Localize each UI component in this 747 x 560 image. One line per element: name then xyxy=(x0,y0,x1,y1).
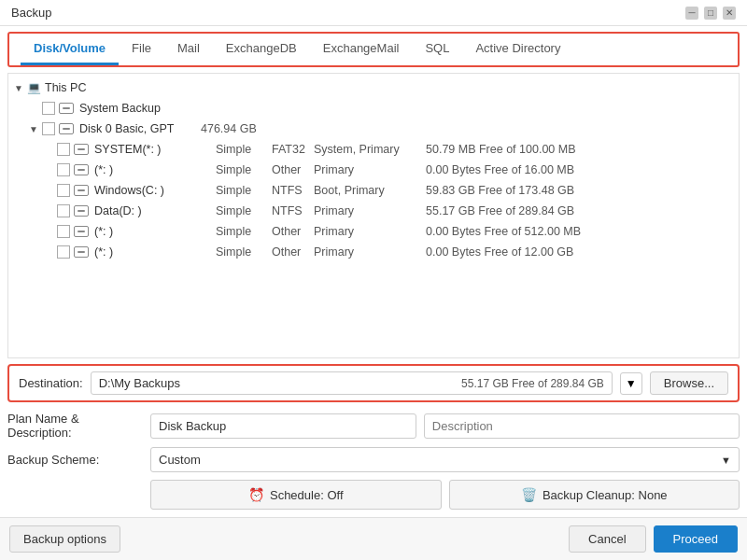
list-item: ▶ SYSTEM(*: ) Simple FAT32 System, Prima… xyxy=(8,139,739,160)
part1-checkbox[interactable] xyxy=(57,163,70,176)
windows-fs: NTFS xyxy=(272,184,314,197)
destination-section: Destination: D:\My Backups 55.17 GB Free… xyxy=(7,364,740,402)
bottom-left: Backup options xyxy=(9,525,120,553)
window-title: Backup xyxy=(11,6,51,20)
part2-type: Simple xyxy=(216,225,272,238)
proceed-button[interactable]: Proceed xyxy=(654,525,738,553)
plan-name-input[interactable] xyxy=(150,413,416,439)
part2-free: 0.00 Bytes Free of 512.00 MB xyxy=(426,225,735,238)
windows-free: 59.83 GB Free of 173.48 GB xyxy=(426,184,735,197)
scheme-chevron-icon: ▼ xyxy=(721,455,731,466)
part2-name: (*: ) xyxy=(94,225,216,238)
root-toggle[interactable]: ▼ xyxy=(12,81,25,94)
data-free: 55.17 GB Free of 289.84 GB xyxy=(426,204,735,217)
system-backup-icon xyxy=(59,103,74,114)
windows-icon xyxy=(74,185,89,196)
part3-fs: Other xyxy=(272,245,314,259)
disk0-toggle[interactable]: ▼ xyxy=(27,122,40,135)
cancel-button[interactable]: Cancel xyxy=(569,525,645,553)
disk-tree-panel[interactable]: ▼ 💻 This PC ▶ System Backup ▼ Disk 0 Bas… xyxy=(7,73,740,358)
part2-checkbox[interactable] xyxy=(57,225,70,238)
plan-name-label: Plan Name & Description: xyxy=(7,412,143,440)
system-part-type: Simple xyxy=(216,143,272,156)
backup-options-button[interactable]: Backup options xyxy=(9,525,120,553)
destination-dropdown-button[interactable]: ▼ xyxy=(620,372,642,395)
scheme-value: Custom xyxy=(159,453,201,467)
system-backup-checkbox[interactable] xyxy=(42,102,55,115)
bottom-bar: Backup options Cancel Proceed xyxy=(0,517,747,560)
disk0-name: Disk 0 Basic, GPT xyxy=(79,122,201,135)
part3-checkbox[interactable] xyxy=(57,245,70,259)
cleanup-label: Backup Cleanup: None xyxy=(543,488,668,502)
part3-free: 0.00 Bytes Free of 12.00 GB xyxy=(426,245,735,259)
system-part-free: 50.79 MB Free of 100.00 MB xyxy=(426,143,735,156)
windows-checkbox[interactable] xyxy=(57,184,70,197)
data-name: Data(D: ) xyxy=(94,204,216,217)
part2-fs: Other xyxy=(272,225,314,238)
data-icon xyxy=(74,205,89,217)
content-area: ▼ 💻 This PC ▶ System Backup ▼ Disk 0 Bas… xyxy=(0,67,747,513)
chevron-down-icon: ▼ xyxy=(626,377,637,390)
title-controls: ─ □ ✕ xyxy=(685,7,736,20)
part1-fs: Other xyxy=(272,163,314,176)
tab-sql[interactable]: SQL xyxy=(412,34,462,65)
schedule-icon: ⏰ xyxy=(248,487,264,502)
close-button[interactable]: ✕ xyxy=(723,7,736,20)
cleanup-icon: 🗑️ xyxy=(521,487,537,502)
data-attr: Primary xyxy=(314,204,426,217)
backup-scheme-select[interactable]: Custom ▼ xyxy=(150,447,740,472)
part1-free: 0.00 Bytes Free of 16.00 MB xyxy=(426,163,735,176)
tab-exchangemail[interactable]: ExchangeMail xyxy=(310,34,413,65)
tab-active-directory[interactable]: Active Directory xyxy=(462,34,573,65)
data-type: Simple xyxy=(216,204,272,217)
tree-root: ▼ 💻 This PC xyxy=(8,77,739,98)
plan-desc-input[interactable] xyxy=(424,413,740,439)
tabs-bar: Disk/Volume File Mail ExchangeDB Exchang… xyxy=(7,32,740,67)
main-window: Backup ─ □ ✕ Disk/Volume File Mail Excha… xyxy=(0,0,747,560)
disk0-size: 476.94 GB xyxy=(201,122,735,135)
part3-attr: Primary xyxy=(314,245,426,259)
tab-exchangedb[interactable]: ExchangeDB xyxy=(213,34,310,65)
system-part-checkbox[interactable] xyxy=(57,143,70,156)
part3-icon xyxy=(74,246,89,258)
part3-type: Simple xyxy=(216,245,272,259)
cleanup-button[interactable]: 🗑️ Backup Cleanup: None xyxy=(449,480,740,510)
destination-path: D:\My Backups xyxy=(99,376,454,390)
schedule-cleanup-row: ⏰ Schedule: Off 🗑️ Backup Cleanup: None xyxy=(7,480,740,510)
system-part-attr: System, Primary xyxy=(314,143,426,156)
browse-button[interactable]: Browse... xyxy=(650,371,728,395)
part2-icon xyxy=(74,226,89,237)
system-part-icon xyxy=(74,144,89,155)
part1-icon xyxy=(74,164,89,175)
windows-attr: Boot, Primary xyxy=(314,184,426,197)
disk0-checkbox[interactable] xyxy=(42,122,55,135)
list-item: ▶ (*: ) Simple Other Primary 0.00 Bytes … xyxy=(8,160,739,180)
part1-type: Simple xyxy=(216,163,272,176)
destination-free-space: 55.17 GB Free of 289.84 GB xyxy=(461,377,604,390)
list-item: ▶ Data(D: ) Simple NTFS Primary 55.17 GB… xyxy=(8,201,739,221)
root-label: This PC xyxy=(45,81,86,94)
data-checkbox[interactable] xyxy=(57,204,70,217)
minimize-button[interactable]: ─ xyxy=(685,7,698,20)
schedule-button[interactable]: ⏰ Schedule: Off xyxy=(150,480,442,510)
title-bar: Backup ─ □ ✕ xyxy=(0,0,747,26)
pc-icon: 💻 xyxy=(27,81,41,94)
backup-scheme-label: Backup Scheme: xyxy=(7,453,143,467)
tab-disk-volume[interactable]: Disk/Volume xyxy=(21,34,119,65)
bottom-right: Cancel Proceed xyxy=(569,525,738,553)
windows-name: Windows(C: ) xyxy=(94,184,216,197)
plan-name-row: Plan Name & Description: xyxy=(7,412,740,440)
disk0-icon xyxy=(59,123,74,134)
list-item: ▼ Disk 0 Basic, GPT 476.94 GB xyxy=(8,119,739,139)
tab-file[interactable]: File xyxy=(119,34,164,65)
part1-name: (*: ) xyxy=(94,163,216,176)
destination-path-box: D:\My Backups 55.17 GB Free of 289.84 GB xyxy=(91,371,613,395)
system-part-name: SYSTEM(*: ) xyxy=(94,143,216,156)
part2-attr: Primary xyxy=(314,225,426,238)
list-item: ▶ Windows(C: ) Simple NTFS Boot, Primary… xyxy=(8,180,739,201)
maximize-button[interactable]: □ xyxy=(704,7,717,20)
list-item: ▶ (*: ) Simple Other Primary 0.00 Bytes … xyxy=(8,221,739,242)
data-fs: NTFS xyxy=(272,204,314,217)
schedule-label: Schedule: Off xyxy=(270,488,344,502)
tab-mail[interactable]: Mail xyxy=(164,34,213,65)
